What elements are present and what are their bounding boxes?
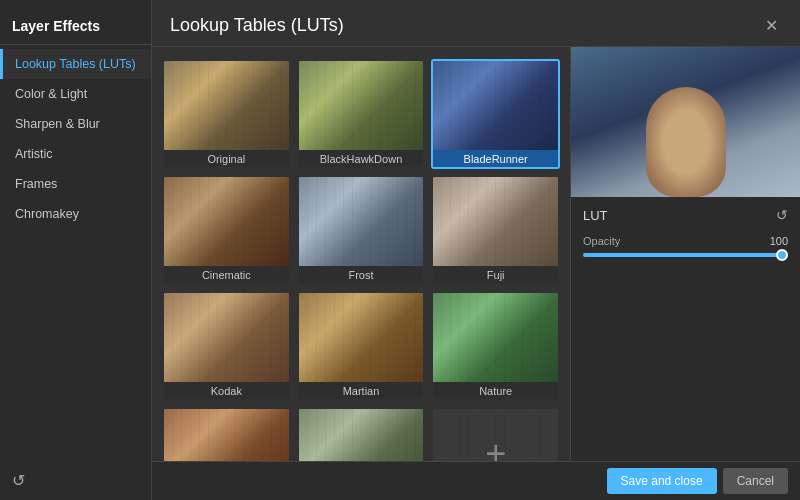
- lut-cell-frost[interactable]: Frost: [297, 175, 426, 285]
- main-body: OriginalBlackHawkDownBladeRunnerCinemati…: [152, 47, 800, 500]
- sidebar-item-artistic[interactable]: Artistic: [0, 139, 151, 169]
- lut-thumb-original: [164, 61, 289, 150]
- sidebar-item-color-light[interactable]: Color & Light: [0, 79, 151, 109]
- lut-label-original: Original: [164, 150, 289, 167]
- lut-thumb-cinematic: [164, 177, 289, 266]
- cancel-button[interactable]: Cancel: [723, 468, 788, 494]
- lut-thumb-blackhawkdown: [299, 61, 424, 150]
- lut-thumb-frost: [299, 177, 424, 266]
- lut-label-cinematic: Cinematic: [164, 266, 289, 283]
- lut-reset-icon[interactable]: ↺: [776, 207, 788, 223]
- lut-cell-martian[interactable]: Martian: [297, 291, 426, 401]
- lut-label-blackhawkdown: BlackHawkDown: [299, 150, 424, 167]
- lut-cell-bladerunner[interactable]: BladeRunner: [431, 59, 560, 169]
- sidebar-nav: Lookup Tables (LUTs)Color & LightSharpen…: [0, 45, 151, 461]
- sidebar-title: Layer Effects: [0, 0, 151, 45]
- main-title: Lookup Tables (LUTs): [170, 15, 344, 36]
- preview-panel: LUT ↺ Opacity 100: [570, 47, 800, 500]
- lut-cell-kodak[interactable]: Kodak: [162, 291, 291, 401]
- lut-label-frost: Frost: [299, 266, 424, 283]
- lut-thumb-nature: [433, 293, 558, 382]
- lut-label-bladerunner: BladeRunner: [433, 150, 558, 167]
- lut-controls: LUT ↺ Opacity 100: [571, 197, 800, 500]
- lut-cell-original[interactable]: Original: [162, 59, 291, 169]
- lut-cell-nature[interactable]: Nature: [431, 291, 560, 401]
- sidebar-footer: ↺: [0, 461, 151, 500]
- lut-label-martian: Martian: [299, 382, 424, 399]
- lut-thumb-bladerunner: [433, 61, 558, 150]
- reset-icon[interactable]: ↺: [12, 471, 25, 490]
- lut-section-label: LUT: [583, 208, 608, 223]
- opacity-thumb[interactable]: [776, 249, 788, 261]
- opacity-value: 100: [770, 235, 788, 247]
- preview-image: [571, 47, 800, 197]
- lut-thumb-fuji: [433, 177, 558, 266]
- main-footer: Save and close Cancel: [152, 461, 800, 500]
- close-button[interactable]: ✕: [760, 14, 782, 36]
- opacity-label: Opacity: [583, 235, 620, 247]
- opacity-slider[interactable]: [583, 253, 788, 257]
- sidebar: Layer Effects Lookup Tables (LUTs)Color …: [0, 0, 152, 500]
- lut-grid: OriginalBlackHawkDownBladeRunnerCinemati…: [152, 47, 570, 500]
- sidebar-item-lookup-tables[interactable]: Lookup Tables (LUTs): [0, 49, 151, 79]
- main-header: Lookup Tables (LUTs) ✕: [152, 0, 800, 47]
- sidebar-item-frames[interactable]: Frames: [0, 169, 151, 199]
- sidebar-item-sharpen-blur[interactable]: Sharpen & Blur: [0, 109, 151, 139]
- sidebar-item-chromakey[interactable]: Chromakey: [0, 199, 151, 229]
- opacity-row: Opacity 100: [583, 235, 788, 247]
- lut-label-fuji: Fuji: [433, 266, 558, 283]
- lut-thumb-martian: [299, 293, 424, 382]
- save-button[interactable]: Save and close: [607, 468, 717, 494]
- lut-cell-blackhawkdown[interactable]: BlackHawkDown: [297, 59, 426, 169]
- lut-thumb-kodak: [164, 293, 289, 382]
- lut-cell-cinematic[interactable]: Cinematic: [162, 175, 291, 285]
- main-panel: Lookup Tables (LUTs) ✕ OriginalBlackHawk…: [152, 0, 800, 500]
- lut-label-kodak: Kodak: [164, 382, 289, 399]
- lut-label-nature: Nature: [433, 382, 558, 399]
- lut-cell-fuji[interactable]: Fuji: [431, 175, 560, 285]
- lut-controls-header: LUT ↺: [583, 207, 788, 223]
